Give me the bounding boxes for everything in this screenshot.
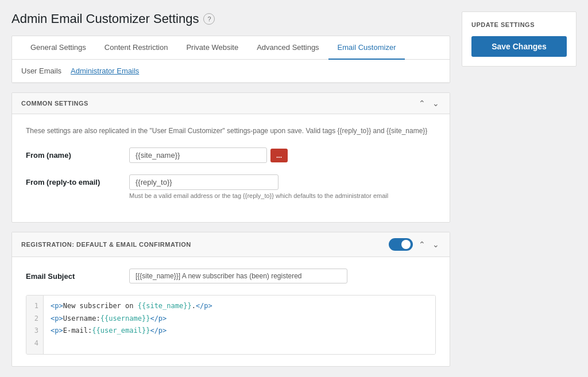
update-settings-title: UPDATE SETTINGS	[471, 21, 567, 28]
registration-section: REGISTRATION: DEFAULT & EMAIL CONFIRMATI…	[11, 232, 450, 367]
sub-tabs: User Emails Administrator Emails	[12, 60, 450, 83]
common-settings-header: COMMON SETTINGS ⌃ ⌄	[12, 93, 450, 114]
code-content: <p>New subscriber on {{site_name}}.</p> …	[44, 296, 435, 354]
from-email-label: From (reply-to email)	[26, 174, 129, 186]
from-name-field: ...	[129, 147, 436, 163]
common-settings-title: COMMON SETTINGS	[21, 100, 88, 107]
from-name-row: From (name) ...	[26, 147, 436, 163]
help-icon[interactable]: ?	[203, 13, 215, 25]
line-num-1: 1	[31, 300, 38, 313]
page-title: Admin Email Customizer Settings ?	[11, 11, 450, 26]
registration-collapse-up[interactable]: ⌃	[417, 240, 427, 249]
tab-email-customizer[interactable]: Email Customizer	[328, 36, 405, 60]
sidebar-card: UPDATE SETTINGS Save Changes	[462, 11, 577, 67]
code-line-2: <p>Username:{{username}}</p>	[51, 313, 428, 325]
from-name-tag-btn[interactable]: ...	[270, 149, 288, 162]
email-subject-input[interactable]	[129, 269, 347, 283]
collapse-down-btn[interactable]: ⌄	[431, 99, 440, 108]
code-editor[interactable]: 1 2 3 4 <p>New subscriber on {{site_name…	[26, 295, 436, 355]
common-settings-info: These settings are also replicated in th…	[26, 126, 436, 136]
registration-collapse-down[interactable]: ⌄	[431, 240, 440, 249]
common-settings-section: COMMON SETTINGS ⌃ ⌄ These settings are a…	[11, 92, 450, 223]
registration-section-body: Email Subject 1 2 3 4	[12, 257, 450, 366]
email-subject-field	[129, 269, 436, 283]
from-name-input[interactable]	[129, 147, 267, 163]
main-card: General Settings Content Restriction Pri…	[11, 36, 450, 83]
from-email-input[interactable]	[129, 174, 278, 190]
registration-controls: ⌃ ⌄	[389, 238, 440, 251]
tab-content-restriction[interactable]: Content Restriction	[95, 36, 177, 60]
sidebar: UPDATE SETTINGS Save Changes	[462, 11, 577, 376]
registration-section-header: REGISTRATION: DEFAULT & EMAIL CONFIRMATI…	[12, 232, 450, 257]
email-subject-label: Email Subject	[26, 269, 129, 281]
code-line-4	[51, 337, 428, 350]
line-num-2: 2	[31, 313, 38, 325]
line-num-3: 3	[31, 325, 38, 337]
code-lines: 1 2 3 4 <p>New subscriber on {{site_name…	[26, 296, 435, 354]
from-name-label: From (name)	[26, 147, 129, 160]
tab-private-website[interactable]: Private Website	[177, 36, 247, 60]
toggle-slider	[389, 238, 413, 251]
code-line-1: <p>New subscriber on {{site_name}}.</p>	[51, 300, 428, 313]
from-email-row: From (reply-to email) Must be a valid em…	[26, 174, 436, 199]
code-line-3: <p>E-mail:{{user_email}}</p>	[51, 325, 428, 337]
line-num-4: 4	[31, 337, 38, 350]
collapse-up-btn[interactable]: ⌃	[417, 99, 427, 108]
registration-toggle[interactable]	[389, 238, 413, 251]
tab-advanced-settings[interactable]: Advanced Settings	[247, 36, 328, 60]
registration-section-title: REGISTRATION: DEFAULT & EMAIL CONFIRMATI…	[21, 241, 191, 248]
sub-tab-admin-emails[interactable]: Administrator Emails	[71, 64, 139, 77]
line-numbers: 1 2 3 4	[26, 296, 44, 354]
tab-general-settings[interactable]: General Settings	[21, 36, 95, 60]
from-email-field: Must be a valid email address or the tag…	[129, 174, 436, 199]
email-subject-row: Email Subject	[26, 269, 436, 283]
sub-tab-user-emails[interactable]: User Emails	[21, 64, 61, 77]
tabs-nav: General Settings Content Restriction Pri…	[12, 36, 450, 60]
save-changes-button[interactable]: Save Changes	[471, 36, 567, 57]
from-email-hint: Must be a valid email address or the tag…	[129, 192, 436, 199]
common-settings-body: These settings are also replicated in th…	[12, 114, 450, 222]
common-settings-controls: ⌃ ⌄	[417, 99, 440, 108]
from-name-input-group: ...	[129, 147, 436, 163]
